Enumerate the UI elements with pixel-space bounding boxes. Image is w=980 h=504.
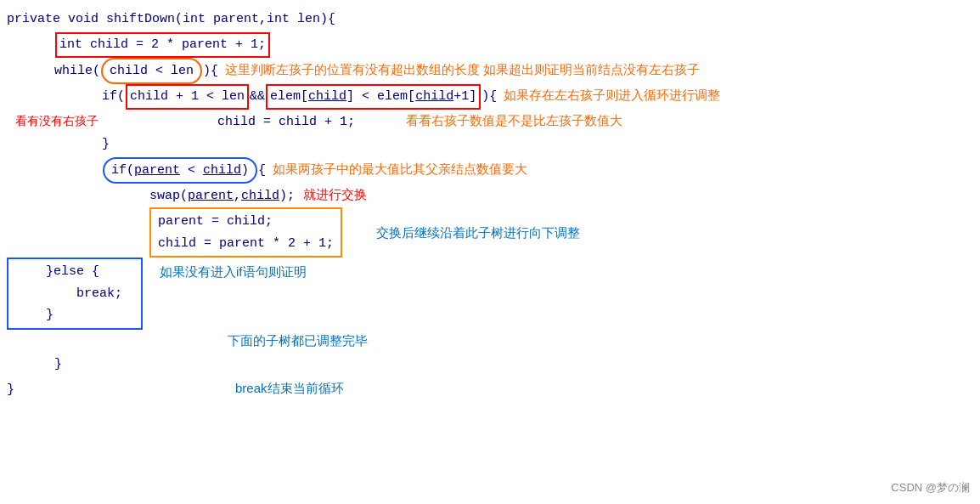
code-line-5-brace: { xyxy=(258,160,266,182)
orange-box-parent-child: parent = child; child = parent * 2 + 1; xyxy=(149,207,342,258)
line-4: } xyxy=(7,133,973,157)
annotation-line-7-8: 交换后继续沿着此子树进行向下调整 xyxy=(376,222,580,244)
code-child-eq-parent: child = parent * 2 + 1; xyxy=(158,236,334,251)
code-closing-brace-if: } xyxy=(102,133,110,156)
code-line-3b-indent xyxy=(126,111,217,133)
annotation-left-right-child: 看有没有右孩子 xyxy=(15,111,126,132)
code-swap: swap(parent,child); xyxy=(149,185,295,207)
annotation-line-2: 这里判断左孩子的位置有没有超出数组的长度 如果超出则证明当前结点没有左右孩子 xyxy=(225,59,700,81)
line-7-8-wrapper: parent = child; child = parent * 2 + 1; … xyxy=(7,207,973,258)
line-closing-method: } break结束当前循环 xyxy=(7,377,973,401)
code-else-open: }else { xyxy=(15,264,99,279)
code-line-6-indent xyxy=(58,185,149,207)
code-line-2-while: while( xyxy=(24,60,100,82)
annotation-line-else: 如果没有进入if语句则证明 xyxy=(160,261,307,283)
line-3: if(child + 1 < len && elem[child] < elem… xyxy=(7,84,973,110)
line-6: swap(parent,child); 就进行交换 xyxy=(7,184,973,207)
code-break: break; xyxy=(15,286,122,301)
line-annotation-subtree: 下面的子树都已调整完毕 xyxy=(7,330,973,354)
watermark: CSDN @梦の澜 xyxy=(891,480,970,496)
line-9-11-wrapper: }else { break; } 如果没有进入if语句则证明 xyxy=(7,258,973,330)
code-close-method: } xyxy=(7,379,14,401)
code-line-7-8-indent xyxy=(58,207,149,229)
code-line-close-while-indent xyxy=(24,354,54,376)
annotation-line-5: 如果两孩子中的最大值比其父亲结点数值要大 xyxy=(273,158,527,180)
code-box-child-len: child + 1 < len xyxy=(126,84,249,110)
line-0: private void shiftDown(int parent,int le… xyxy=(7,8,973,32)
code-line-5-indent xyxy=(41,160,102,182)
code-box-elem: elem[child] < elem[child+1] xyxy=(266,84,481,110)
code-else-close: } xyxy=(15,308,54,322)
annotation-line-6: 就进行交换 xyxy=(303,184,367,206)
code-line-0: private void shiftDown(int parent,int le… xyxy=(7,8,335,31)
code-area: private void shiftDown(int parent,int le… xyxy=(0,0,980,410)
code-oval-child-len: child < len xyxy=(101,58,202,85)
code-oval-parent-child: if(parent < child) xyxy=(103,157,257,184)
line-2: while(child < len){ 这里判断左孩子的位置有没有超出数组的长度… xyxy=(7,58,973,85)
code-line-1-indent xyxy=(24,34,54,56)
line-3b: 看有没有右孩子 child = child + 1; 看看右孩子数值是不是比左孩… xyxy=(7,110,973,133)
code-line-2-brace: ){ xyxy=(203,60,218,82)
code-child-increment: child = child + 1; xyxy=(217,111,355,133)
code-parent-eq-child: parent = child; xyxy=(158,214,273,229)
line-1: int child = 2 * parent + 1; xyxy=(7,32,973,58)
annotation-break-end: break结束当前循环 xyxy=(235,377,344,399)
code-and: && xyxy=(250,86,265,108)
annotation-line-3b: 看看右孩子数值是不是比左孩子数值大 xyxy=(406,110,622,132)
annotation-subtree-done: 下面的子树都已调整完毕 xyxy=(228,330,368,352)
annotation-line-3: 如果存在左右孩子则进入循环进行调整 xyxy=(504,84,720,106)
blue-box-else: }else { break; } xyxy=(7,258,143,330)
code-if-brace: ){ xyxy=(482,86,497,108)
code-line-4-indent xyxy=(41,133,102,156)
line-5: if(parent < child){ 如果两孩子中的最大值比其父亲结点数值要大 xyxy=(7,157,973,184)
line-closing-while: } xyxy=(7,354,973,377)
code-close-while: } xyxy=(54,354,62,376)
code-box-child-init: int child = 2 * parent + 1; xyxy=(55,32,270,58)
code-line-3-if: if( xyxy=(41,86,125,108)
